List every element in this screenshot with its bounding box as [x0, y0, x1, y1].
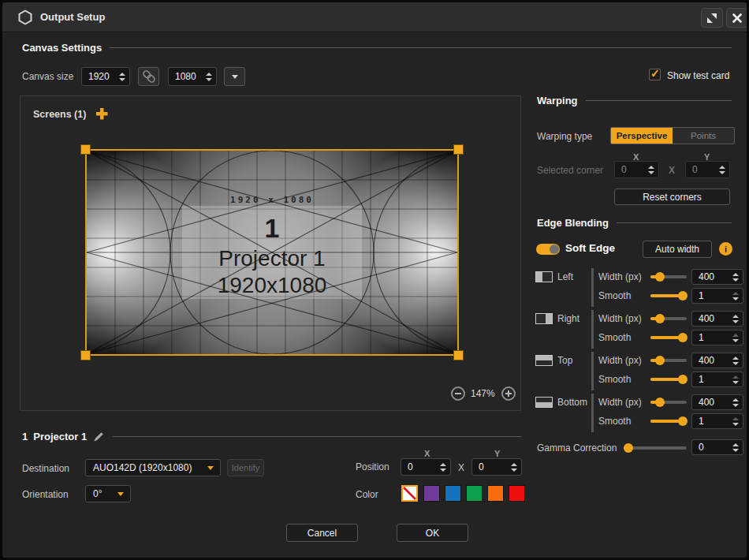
smooth-label: Smooth: [598, 416, 631, 427]
warping-type-label: Warping type: [537, 131, 592, 142]
top-smooth-spinner[interactable]: 1: [691, 371, 743, 387]
left-smooth-slider[interactable]: [650, 291, 687, 301]
color-swatch-green[interactable]: [466, 485, 483, 502]
projector-section: 1 Projector 1: [22, 431, 521, 442]
bottom-width-slider[interactable]: [650, 398, 687, 407]
warping-section: Warping: [537, 95, 732, 106]
canvas-size-preset-dropdown[interactable]: [224, 67, 245, 86]
spinner-arrows[interactable]: [730, 334, 743, 342]
canvas-width-spinner[interactable]: 1920: [81, 67, 130, 86]
top-width-spinner[interactable]: 400: [691, 353, 743, 368]
selected-corner-label: Selected corner: [537, 165, 603, 176]
show-test-card-checkbox[interactable]: ✓: [649, 69, 661, 80]
corner-handle-bottom-left[interactable]: [80, 350, 91, 360]
spinner-arrows[interactable]: [730, 292, 743, 301]
rename-projector-button[interactable]: [93, 431, 105, 442]
canvas-size-label: Canvas size: [22, 71, 73, 82]
spinner-arrows[interactable]: [646, 166, 658, 174]
warping-type-perspective-button[interactable]: Perspective: [611, 128, 673, 144]
color-swatch-blue[interactable]: [445, 485, 461, 502]
corner-x-value: 0: [615, 164, 646, 175]
spinner-arrows[interactable]: [730, 443, 743, 452]
screen-test-card[interactable]: 1920 x 1080 1 Projector 1 1920x1080: [85, 149, 459, 356]
test-card-resolution: 1920x1080: [218, 273, 327, 297]
window-title: Output Setup: [40, 11, 105, 23]
spinner-arrows[interactable]: [730, 417, 743, 426]
width-label: Width (px): [598, 271, 642, 282]
bottom-width-spinner[interactable]: 400: [691, 394, 743, 410]
corner-handle-bottom-right[interactable]: [453, 350, 464, 360]
reset-corners-button[interactable]: Reset corners: [614, 189, 730, 205]
right-smooth-slider[interactable]: [650, 333, 687, 342]
corner-handle-top-left[interactable]: [80, 144, 91, 155]
auto-width-button[interactable]: Auto width: [643, 241, 712, 258]
add-screen-button[interactable]: [95, 106, 109, 124]
color-label: Color: [356, 489, 378, 500]
info-icon[interactable]: i: [719, 242, 732, 256]
color-swatch-purple[interactable]: [423, 485, 440, 502]
orientation-dropdown[interactable]: 0°: [85, 485, 131, 502]
destination-value: AUO142D (1920x1080): [86, 462, 207, 473]
soft-edge-toggle[interactable]: [536, 244, 560, 255]
bottom-smooth-value: 1: [692, 416, 730, 427]
spinner-arrows[interactable]: [438, 463, 450, 472]
orientation-value: 0°: [86, 488, 117, 499]
soft-edge-label: Soft Edge: [565, 242, 615, 254]
edge-top-label: Top: [557, 355, 572, 366]
projector-index: 1: [22, 431, 28, 442]
color-swatch-orange[interactable]: [487, 485, 504, 502]
color-swatch-none[interactable]: [401, 485, 418, 502]
spinner-arrows[interactable]: [730, 273, 743, 282]
spinner-arrows[interactable]: [117, 73, 129, 81]
corner-y-spinner[interactable]: 0: [685, 161, 730, 178]
edge-blending-title: Edge Blending: [537, 217, 609, 229]
position-y-spinner[interactable]: 0: [471, 458, 522, 476]
spinner-arrows[interactable]: [730, 375, 743, 384]
right-width-spinner[interactable]: 400: [691, 311, 743, 327]
maximize-button[interactable]: [701, 8, 723, 28]
position-label: Position: [356, 461, 389, 472]
bottom-smooth-spinner[interactable]: 1: [691, 413, 743, 429]
spinner-arrows[interactable]: [730, 357, 743, 365]
pencil-icon: [93, 431, 105, 442]
warping-title: Warping: [537, 95, 578, 106]
gamma-spinner[interactable]: 0: [691, 439, 743, 455]
top-width-slider[interactable]: [650, 356, 687, 365]
spinner-arrows[interactable]: [730, 398, 743, 407]
ok-button[interactable]: OK: [397, 524, 468, 542]
spinner-arrows[interactable]: [203, 73, 216, 81]
close-icon: [732, 13, 742, 23]
left-width-spinner[interactable]: 400: [691, 269, 743, 285]
right-width-slider[interactable]: [650, 314, 687, 323]
close-button[interactable]: [726, 8, 748, 28]
warping-type-segmented: Perspective Points: [610, 127, 735, 144]
spinner-arrows[interactable]: [730, 315, 743, 323]
test-card-name: Projector 1: [218, 246, 325, 271]
edge-left-icon: [535, 271, 553, 282]
no-color-diagonal-icon: [403, 487, 416, 500]
cancel-button[interactable]: Cancel: [286, 524, 358, 542]
right-smooth-spinner[interactable]: 1: [691, 330, 743, 345]
corner-handle-top-right[interactable]: [453, 144, 464, 155]
position-x-spinner[interactable]: 0: [401, 458, 451, 476]
left-smooth-spinner[interactable]: 1: [691, 288, 743, 304]
projector-name: Projector 1: [33, 431, 87, 442]
smooth-label: Smooth: [598, 290, 631, 301]
bottom-smooth-slider[interactable]: [650, 416, 687, 426]
zoom-in-button[interactable]: [501, 386, 516, 401]
destination-dropdown[interactable]: AUO142D (1920x1080): [85, 459, 221, 476]
top-smooth-slider[interactable]: [650, 375, 687, 384]
identify-button[interactable]: Identify: [227, 459, 264, 476]
canvas-height-spinner[interactable]: 1080: [168, 67, 217, 86]
gamma-slider[interactable]: [624, 443, 687, 453]
spinner-arrows[interactable]: [509, 463, 521, 472]
corner-x-spinner[interactable]: 0: [614, 161, 659, 178]
left-width-slider[interactable]: [650, 272, 687, 282]
zoom-out-button[interactable]: [451, 386, 465, 401]
link-dimensions-button[interactable]: [138, 67, 159, 86]
warping-type-points-button[interactable]: Points: [673, 128, 734, 144]
width-label: Width (px): [598, 313, 642, 324]
color-swatch-red[interactable]: [509, 485, 525, 502]
position-y-value: 0: [472, 461, 509, 472]
spinner-arrows[interactable]: [717, 166, 729, 174]
